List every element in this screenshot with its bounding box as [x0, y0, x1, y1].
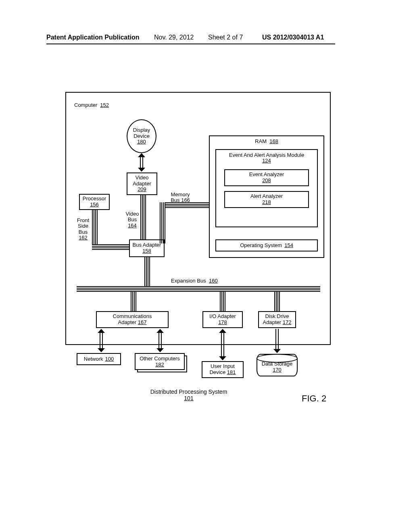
arrow-disk-storage — [273, 329, 281, 353]
video-bus-label: VideoBus164 — [123, 211, 142, 229]
publication-number: US 2012/0304013 A1 — [262, 34, 324, 41]
other-computers-num: 182 — [155, 362, 164, 368]
figure-label: FIG. 2 — [302, 393, 326, 404]
bus-adapter-num: 158 — [142, 248, 151, 254]
memory-bus-h — [165, 202, 209, 207]
page: Patent Application Publication Nov. 29, … — [0, 0, 413, 532]
comm-adapter-label-2: Adapter 167 — [118, 320, 147, 326]
event-analyzer: Event Analyzer 208 — [224, 169, 309, 186]
arrow-comm-others — [156, 329, 164, 352]
video-adapter-label-1: Video — [135, 175, 148, 181]
video-adapter-num: 209 — [138, 187, 146, 193]
communications-adapter: Communications Adapter 167 — [96, 311, 169, 328]
publication-label: Patent Application Publication — [46, 34, 140, 41]
eaa-module-text: Event And Alert Analysis Module — [229, 152, 304, 158]
video-bus-num: 164 — [128, 222, 137, 229]
front-side-bus-label: FrontSideBus162 — [74, 218, 92, 241]
user-input-device: User Input Device 181 — [202, 361, 244, 378]
data-storage-label: Data Storage — [262, 361, 293, 367]
expansion-bus — [77, 286, 320, 291]
ram-label: RAM 168 — [210, 139, 323, 144]
display-device: Display Device 180 — [127, 119, 156, 153]
ram-num: 168 — [269, 138, 278, 144]
user-input-label-1: User Input — [211, 364, 235, 370]
display-device-num: 180 — [137, 139, 146, 145]
io-adapter: I/O Adapter 178 — [202, 311, 243, 328]
fsb-num: 162 — [79, 235, 88, 241]
header-divider — [46, 44, 335, 44]
disk-adapter-label-2: Adapter 172 — [263, 320, 292, 326]
processor: Processor 156 — [79, 194, 110, 210]
memory-bus-v — [160, 202, 165, 243]
alert-analyzer-num: 218 — [262, 200, 271, 206]
sheet-number: Sheet 2 of 7 — [208, 34, 243, 41]
bus-adapter: Bus Adapter 158 — [129, 239, 165, 257]
eaa-module: Event And Alert Analysis Module 124 Even… — [215, 149, 318, 227]
disk-drive-adapter: Disk Drive Adapter 172 — [258, 311, 296, 328]
operating-system: Operating System 154 — [215, 239, 318, 251]
expbus-drop-io — [220, 291, 225, 311]
event-analyzer-label: Event Analyzer — [249, 172, 284, 178]
network: Network 100 — [77, 353, 121, 365]
computer-label-text: Computer — [74, 102, 97, 108]
data-storage-num: 170 — [273, 367, 282, 373]
processor-num: 156 — [90, 202, 99, 208]
ram-label-text: RAM — [255, 138, 267, 144]
computer-label: Computer 152 — [74, 102, 109, 108]
memory-bus-label: MemoryBus 166 — [169, 192, 192, 204]
event-analyzer-num: 208 — [262, 178, 271, 184]
network-num: 100 — [105, 356, 114, 362]
alert-analyzer-label: Alert Analyzer — [250, 193, 283, 200]
data-storage: Data Storage 170 — [257, 354, 298, 376]
os-num: 154 — [284, 243, 293, 249]
caption-num: 101 — [184, 395, 193, 401]
arrow-display-to-video — [138, 153, 145, 172]
publication-date: Nov. 29, 2012 — [154, 34, 194, 41]
other-computers-label: Other Computers — [140, 355, 180, 362]
eaa-module-label: Event And Alert Analysis Module 124 — [216, 152, 317, 164]
video-bus — [140, 195, 145, 239]
user-input-label-2: Device 181 — [209, 370, 236, 376]
arrow-io-userinput — [219, 329, 226, 360]
expansion-bus-label: Expansion Bus 160 — [171, 278, 218, 284]
os-label: Operating System — [240, 243, 282, 249]
arrow-comm-network — [98, 329, 105, 352]
io-adapter-label: I/O Adapter — [209, 314, 236, 320]
computer-label-num: 152 — [100, 102, 109, 108]
expansion-bus-text: Expansion Bus — [171, 278, 206, 284]
io-adapter-num: 178 — [218, 320, 227, 326]
comm-adapter-label-1: Communications — [113, 314, 152, 320]
eaa-module-num: 124 — [262, 158, 271, 164]
ram-block: RAM 168 Event And Alert Analysis Module … — [209, 135, 324, 258]
figure-caption: Distributed Processing System 101 — [136, 389, 241, 401]
busadapter-to-expansion — [144, 257, 149, 286]
expbus-drop-comm — [131, 291, 136, 311]
bus-adapter-label: Bus Adapter — [133, 242, 161, 248]
expansion-bus-num: 160 — [209, 278, 218, 284]
front-side-bus-v — [92, 210, 97, 245]
disk-adapter-label-1: Disk Drive — [265, 314, 289, 320]
caption-text: Distributed Processing System — [150, 389, 227, 395]
video-adapter-label-2: Adapter — [133, 181, 151, 187]
display-device-label-2: Device — [133, 133, 150, 139]
front-side-bus-h — [92, 244, 129, 249]
expbus-drop-disk — [274, 291, 279, 311]
processor-label: Processor — [83, 196, 106, 202]
video-adapter: Video Adapter 209 — [127, 172, 157, 195]
display-device-label-1: Display — [133, 127, 150, 133]
network-label: Network — [84, 356, 103, 362]
alert-analyzer: Alert Analyzer 218 — [224, 191, 309, 208]
other-computers: Other Computers 182 — [135, 353, 187, 373]
